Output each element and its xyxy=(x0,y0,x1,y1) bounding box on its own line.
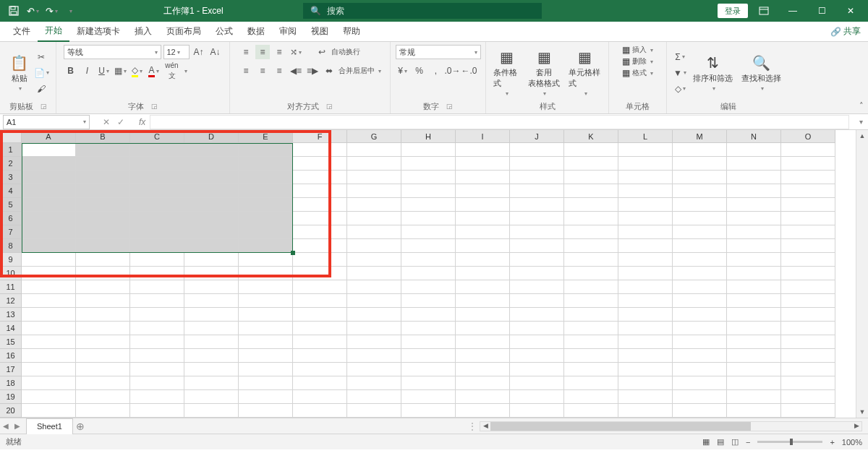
col-header-C[interactable]: C xyxy=(130,130,184,143)
cell[interactable] xyxy=(510,198,564,212)
cell[interactable] xyxy=(401,239,456,253)
cell[interactable] xyxy=(130,157,184,171)
row-header-10[interactable]: 10 xyxy=(0,267,22,280)
clipboard-launcher-icon[interactable]: ◲ xyxy=(41,103,47,110)
cell[interactable] xyxy=(401,198,456,212)
cell[interactable] xyxy=(347,212,401,225)
cell[interactable] xyxy=(564,390,618,404)
cell[interactable] xyxy=(618,184,673,198)
scroll-down-icon[interactable]: ▼ xyxy=(856,406,868,418)
cell[interactable] xyxy=(456,239,510,253)
cell[interactable] xyxy=(76,267,130,280)
cell[interactable] xyxy=(347,198,401,212)
cell[interactable] xyxy=(347,253,401,267)
cell[interactable] xyxy=(76,349,130,363)
cell[interactable] xyxy=(456,212,510,225)
cell[interactable] xyxy=(347,376,401,390)
cell[interactable] xyxy=(347,308,401,322)
close-icon[interactable]: ✕ xyxy=(838,2,864,20)
currency-icon[interactable]: ¥▾ xyxy=(396,64,410,78)
cell[interactable] xyxy=(184,390,239,404)
col-header-B[interactable]: B xyxy=(76,130,130,143)
format-painter-icon[interactable]: 🖌 xyxy=(34,82,48,96)
cell[interactable] xyxy=(727,349,781,363)
cell[interactable] xyxy=(510,239,564,253)
cell[interactable] xyxy=(727,253,781,267)
row-header-13[interactable]: 13 xyxy=(0,308,22,322)
cell[interactable] xyxy=(293,171,347,184)
cell[interactable] xyxy=(781,253,835,267)
row-header-9[interactable]: 9 xyxy=(0,253,22,267)
find-select-button[interactable]: 🔍查找和选择▾ xyxy=(739,53,784,93)
cell[interactable] xyxy=(564,198,618,212)
cell[interactable] xyxy=(130,267,184,280)
cell[interactable] xyxy=(564,335,618,349)
cell[interactable] xyxy=(510,267,564,280)
scroll-left-icon[interactable]: ◀ xyxy=(480,422,490,431)
merge-label[interactable]: 合并后居中 xyxy=(339,66,375,76)
cell[interactable] xyxy=(239,171,293,184)
row-header-15[interactable]: 15 xyxy=(0,335,22,349)
cell[interactable] xyxy=(618,363,673,376)
cell[interactable] xyxy=(130,212,184,225)
cell[interactable] xyxy=(564,349,618,363)
cell[interactable] xyxy=(564,225,618,239)
cell[interactable] xyxy=(184,157,239,171)
cell[interactable] xyxy=(510,308,564,322)
zoom-out-icon[interactable]: − xyxy=(746,438,750,447)
align-left-icon[interactable]: ≡ xyxy=(239,64,253,78)
row-header-20[interactable]: 20 xyxy=(0,404,22,418)
cell[interactable] xyxy=(781,363,835,376)
cell[interactable] xyxy=(456,363,510,376)
cell[interactable] xyxy=(239,267,293,280)
cell[interactable] xyxy=(184,267,239,280)
cell[interactable] xyxy=(456,267,510,280)
cell[interactable] xyxy=(293,239,347,253)
cell[interactable] xyxy=(673,157,727,171)
cell[interactable] xyxy=(184,376,239,390)
bold-icon[interactable]: B xyxy=(64,64,78,78)
row-header-4[interactable]: 4 xyxy=(0,184,22,198)
cell[interactable] xyxy=(293,267,347,280)
cell[interactable] xyxy=(347,390,401,404)
cell[interactable] xyxy=(564,253,618,267)
cell[interactable] xyxy=(456,390,510,404)
cell[interactable] xyxy=(510,253,564,267)
cell[interactable] xyxy=(401,184,456,198)
cell[interactable] xyxy=(293,335,347,349)
search-box[interactable]: 🔍 搜索 xyxy=(303,3,542,19)
cell[interactable] xyxy=(22,363,76,376)
cell[interactable] xyxy=(239,212,293,225)
cell[interactable] xyxy=(239,322,293,335)
cell[interactable] xyxy=(22,225,76,239)
cell[interactable] xyxy=(130,335,184,349)
col-header-G[interactable]: G xyxy=(347,130,401,143)
add-sheet-icon[interactable]: ⊕ xyxy=(73,421,88,432)
cell[interactable] xyxy=(347,157,401,171)
page-break-view-icon[interactable]: ◫ xyxy=(731,437,739,447)
cell[interactable] xyxy=(293,363,347,376)
cell[interactable] xyxy=(76,212,130,225)
maximize-icon[interactable]: ☐ xyxy=(809,2,835,20)
cell[interactable] xyxy=(673,198,727,212)
cell[interactable] xyxy=(239,335,293,349)
cell[interactable] xyxy=(510,322,564,335)
cell[interactable] xyxy=(76,294,130,308)
align-right-icon[interactable]: ≡ xyxy=(272,64,286,78)
tab-newtab[interactable]: 新建选项卡 xyxy=(69,22,127,42)
row-header-7[interactable]: 7 xyxy=(0,225,22,239)
cell[interactable] xyxy=(727,143,781,157)
table-format-button[interactable]: ▦套用 表格格式▾ xyxy=(525,47,563,98)
font-launcher-icon[interactable]: ◲ xyxy=(151,103,158,110)
cell[interactable] xyxy=(184,198,239,212)
cell[interactable] xyxy=(618,376,673,390)
col-header-L[interactable]: L xyxy=(618,130,673,143)
row-header-17[interactable]: 17 xyxy=(0,363,22,376)
scroll-right-icon[interactable]: ▶ xyxy=(851,422,861,431)
cell[interactable] xyxy=(22,390,76,404)
cell[interactable] xyxy=(456,157,510,171)
cell[interactable] xyxy=(239,198,293,212)
cell[interactable] xyxy=(510,390,564,404)
wrap-text-label[interactable]: 自动换行 xyxy=(331,47,360,57)
cell[interactable] xyxy=(564,171,618,184)
